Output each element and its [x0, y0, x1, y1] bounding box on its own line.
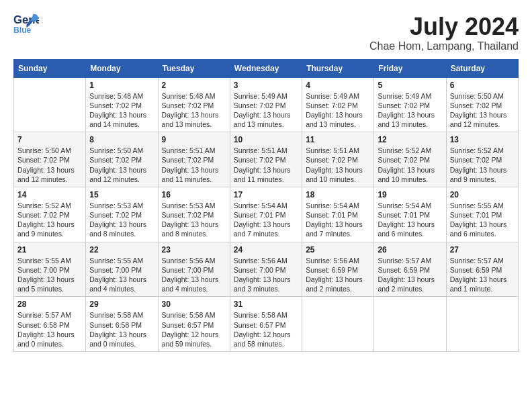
calendar-cell: 6Sunrise: 5:50 AMSunset: 7:02 PMDaylight… — [446, 77, 518, 132]
day-number: 8 — [89, 135, 154, 144]
calendar-cell: 18Sunrise: 5:54 AMSunset: 7:01 PMDayligh… — [302, 187, 374, 242]
calendar-cell: 14Sunrise: 5:52 AMSunset: 7:02 PMDayligh… — [14, 187, 86, 242]
day-number: 26 — [378, 245, 442, 255]
calendar-cell: 26Sunrise: 5:57 AMSunset: 6:59 PMDayligh… — [374, 242, 446, 297]
day-number: 15 — [89, 190, 154, 199]
day-info: Sunrise: 5:51 AMSunset: 7:02 PMDaylight:… — [234, 146, 298, 184]
weekday-monday: Monday — [86, 59, 158, 77]
calendar-cell: 4Sunrise: 5:49 AMSunset: 7:02 PMDaylight… — [302, 77, 374, 132]
weekday-saturday: Saturday — [446, 59, 518, 77]
day-number: 3 — [234, 81, 298, 90]
calendar-cell: 8Sunrise: 5:50 AMSunset: 7:02 PMDaylight… — [86, 132, 158, 187]
day-info: Sunrise: 5:58 AMSunset: 6:58 PMDaylight:… — [89, 310, 154, 349]
day-info: Sunrise: 5:58 AMSunset: 6:57 PMDaylight:… — [234, 310, 298, 349]
day-info: Sunrise: 5:50 AMSunset: 7:02 PMDaylight:… — [17, 146, 82, 184]
day-number: 19 — [378, 190, 442, 199]
day-info: Sunrise: 5:54 AMSunset: 7:01 PMDaylight:… — [378, 201, 442, 239]
week-row-2: 7Sunrise: 5:50 AMSunset: 7:02 PMDaylight… — [14, 132, 519, 187]
calendar-cell: 2Sunrise: 5:48 AMSunset: 7:02 PMDaylight… — [158, 77, 230, 132]
day-info: Sunrise: 5:49 AMSunset: 7:02 PMDaylight:… — [234, 91, 298, 130]
weekday-header-row: SundayMondayTuesdayWednesdayThursdayFrid… — [14, 59, 519, 77]
day-number: 28 — [17, 300, 82, 309]
calendar-cell: 25Sunrise: 5:56 AMSunset: 6:59 PMDayligh… — [302, 242, 374, 297]
day-number: 4 — [306, 81, 370, 90]
day-info: Sunrise: 5:57 AMSunset: 6:59 PMDaylight:… — [378, 256, 442, 294]
calendar-cell: 13Sunrise: 5:52 AMSunset: 7:02 PMDayligh… — [446, 132, 518, 187]
day-number: 25 — [306, 245, 370, 255]
day-info: Sunrise: 5:48 AMSunset: 7:02 PMDaylight:… — [162, 91, 226, 130]
day-info: Sunrise: 5:52 AMSunset: 7:02 PMDaylight:… — [17, 201, 82, 239]
weekday-thursday: Thursday — [302, 59, 374, 77]
logo: General Blue — [13, 13, 39, 35]
calendar-cell — [446, 297, 518, 352]
day-number: 2 — [162, 81, 226, 90]
day-number: 18 — [306, 190, 370, 199]
day-number: 11 — [306, 135, 370, 144]
title-block: July 2024 Chae Hom, Lampang, Thailand — [369, 13, 519, 52]
day-number: 20 — [450, 190, 515, 199]
calendar-cell: 9Sunrise: 5:51 AMSunset: 7:02 PMDaylight… — [158, 132, 230, 187]
day-info: Sunrise: 5:51 AMSunset: 7:02 PMDaylight:… — [306, 146, 370, 184]
svg-text:Blue: Blue — [13, 26, 32, 35]
calendar-cell — [374, 297, 446, 352]
location-subtitle: Chae Hom, Lampang, Thailand — [369, 40, 519, 52]
calendar-cell: 3Sunrise: 5:49 AMSunset: 7:02 PMDaylight… — [230, 77, 302, 132]
calendar-cell: 29Sunrise: 5:58 AMSunset: 6:58 PMDayligh… — [86, 297, 158, 352]
day-info: Sunrise: 5:54 AMSunset: 7:01 PMDaylight:… — [306, 201, 370, 239]
month-year-title: July 2024 — [369, 13, 519, 40]
day-number: 5 — [378, 81, 442, 90]
day-info: Sunrise: 5:50 AMSunset: 7:02 PMDaylight:… — [450, 91, 515, 130]
day-number: 16 — [162, 190, 226, 199]
day-info: Sunrise: 5:58 AMSunset: 6:57 PMDaylight:… — [162, 310, 226, 349]
day-info: Sunrise: 5:53 AMSunset: 7:02 PMDaylight:… — [162, 201, 226, 239]
day-number: 13 — [450, 135, 515, 144]
day-number: 29 — [89, 300, 154, 309]
calendar-cell: 23Sunrise: 5:56 AMSunset: 7:00 PMDayligh… — [158, 242, 230, 297]
day-number: 9 — [162, 135, 226, 144]
day-number: 17 — [234, 190, 298, 199]
calendar-cell: 30Sunrise: 5:58 AMSunset: 6:57 PMDayligh… — [158, 297, 230, 352]
day-info: Sunrise: 5:49 AMSunset: 7:02 PMDaylight:… — [306, 91, 370, 130]
calendar-cell: 19Sunrise: 5:54 AMSunset: 7:01 PMDayligh… — [374, 187, 446, 242]
day-number: 6 — [450, 81, 515, 90]
calendar-cell: 21Sunrise: 5:55 AMSunset: 7:00 PMDayligh… — [14, 242, 86, 297]
week-row-3: 14Sunrise: 5:52 AMSunset: 7:02 PMDayligh… — [14, 187, 519, 242]
day-number: 27 — [450, 245, 515, 255]
day-info: Sunrise: 5:48 AMSunset: 7:02 PMDaylight:… — [89, 91, 154, 130]
calendar-table: SundayMondayTuesdayWednesdayThursdayFrid… — [13, 59, 519, 352]
calendar-cell: 7Sunrise: 5:50 AMSunset: 7:02 PMDaylight… — [14, 132, 86, 187]
calendar-cell: 17Sunrise: 5:54 AMSunset: 7:01 PMDayligh… — [230, 187, 302, 242]
calendar-cell: 12Sunrise: 5:52 AMSunset: 7:02 PMDayligh… — [374, 132, 446, 187]
day-info: Sunrise: 5:56 AMSunset: 7:00 PMDaylight:… — [162, 256, 226, 294]
day-info: Sunrise: 5:56 AMSunset: 6:59 PMDaylight:… — [306, 256, 370, 294]
day-info: Sunrise: 5:53 AMSunset: 7:02 PMDaylight:… — [89, 201, 154, 239]
calendar-body: 1Sunrise: 5:48 AMSunset: 7:02 PMDaylight… — [14, 77, 519, 351]
calendar-cell: 5Sunrise: 5:49 AMSunset: 7:02 PMDaylight… — [374, 77, 446, 132]
day-info: Sunrise: 5:52 AMSunset: 7:02 PMDaylight:… — [378, 146, 442, 184]
calendar-cell: 28Sunrise: 5:57 AMSunset: 6:58 PMDayligh… — [14, 297, 86, 352]
day-number: 23 — [162, 245, 226, 255]
day-number: 10 — [234, 135, 298, 144]
calendar-cell: 31Sunrise: 5:58 AMSunset: 6:57 PMDayligh… — [230, 297, 302, 352]
page-header: General Blue July 2024 Chae Hom, Lampang… — [13, 13, 519, 52]
calendar-cell: 10Sunrise: 5:51 AMSunset: 7:02 PMDayligh… — [230, 132, 302, 187]
weekday-wednesday: Wednesday — [230, 59, 302, 77]
day-info: Sunrise: 5:56 AMSunset: 7:00 PMDaylight:… — [234, 256, 298, 294]
day-info: Sunrise: 5:50 AMSunset: 7:02 PMDaylight:… — [89, 146, 154, 184]
weekday-tuesday: Tuesday — [158, 59, 230, 77]
day-number: 7 — [17, 135, 82, 144]
day-info: Sunrise: 5:54 AMSunset: 7:01 PMDaylight:… — [234, 201, 298, 239]
logo-icon: General Blue — [13, 13, 39, 35]
calendar-cell: 16Sunrise: 5:53 AMSunset: 7:02 PMDayligh… — [158, 187, 230, 242]
day-info: Sunrise: 5:49 AMSunset: 7:02 PMDaylight:… — [378, 91, 442, 130]
day-info: Sunrise: 5:55 AMSunset: 7:01 PMDaylight:… — [450, 201, 515, 239]
calendar-cell: 27Sunrise: 5:57 AMSunset: 6:59 PMDayligh… — [446, 242, 518, 297]
day-info: Sunrise: 5:51 AMSunset: 7:02 PMDaylight:… — [162, 146, 226, 184]
day-info: Sunrise: 5:55 AMSunset: 7:00 PMDaylight:… — [89, 256, 154, 294]
day-number: 21 — [17, 245, 82, 255]
day-info: Sunrise: 5:55 AMSunset: 7:00 PMDaylight:… — [17, 256, 82, 294]
day-number: 12 — [378, 135, 442, 144]
calendar-cell: 15Sunrise: 5:53 AMSunset: 7:02 PMDayligh… — [86, 187, 158, 242]
calendar-cell: 1Sunrise: 5:48 AMSunset: 7:02 PMDaylight… — [86, 77, 158, 132]
day-info: Sunrise: 5:57 AMSunset: 6:59 PMDaylight:… — [450, 256, 515, 294]
